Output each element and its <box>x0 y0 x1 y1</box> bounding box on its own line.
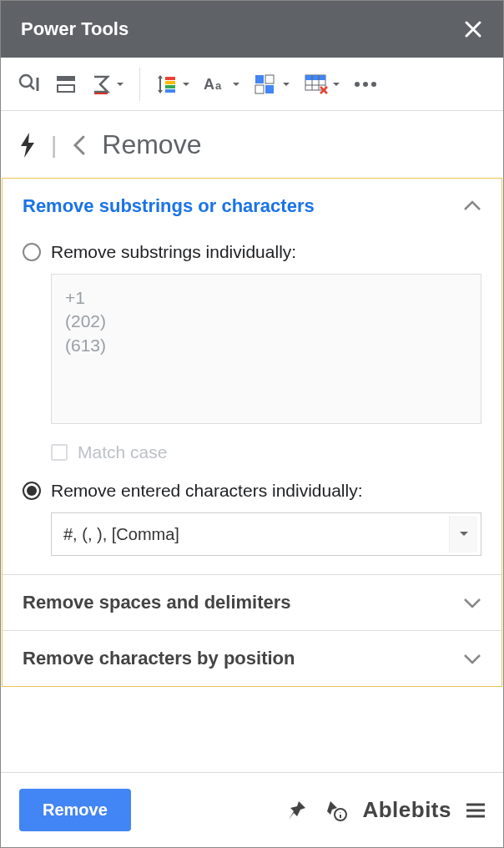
section-title: Remove substrings or characters <box>23 195 315 217</box>
chevron-down-icon <box>463 653 481 664</box>
sum-dropdown[interactable] <box>86 68 129 101</box>
section-header-spaces[interactable]: Remove spaces and delimiters <box>3 575 501 630</box>
page-title: Remove <box>102 129 201 160</box>
radio-selected[interactable] <box>23 482 41 500</box>
section-substrings: Remove substrings or characters Remove s… <box>3 179 501 574</box>
section-spaces: Remove spaces and delimiters <box>3 574 501 630</box>
window-title: Power Tools <box>21 18 129 40</box>
svg-rect-17 <box>265 85 274 93</box>
svg-rect-19 <box>305 75 325 80</box>
match-case-checkbox: Match case <box>51 442 481 462</box>
chevron-down-icon[interactable] <box>449 516 477 553</box>
find-replace-button[interactable] <box>13 68 46 101</box>
checkbox-unchecked <box>51 444 68 461</box>
breadcrumb-separator: | <box>51 132 57 159</box>
svg-rect-9 <box>165 81 175 84</box>
svg-text:a: a <box>215 79 222 92</box>
footer: Remove Ablebits <box>1 772 503 847</box>
radio-unselected[interactable] <box>23 243 41 261</box>
back-icon[interactable] <box>72 134 87 157</box>
svg-point-24 <box>363 82 368 87</box>
svg-point-25 <box>371 82 376 87</box>
titlebar: Power Tools <box>1 1 503 58</box>
svg-rect-8 <box>165 77 175 80</box>
svg-rect-5 <box>58 86 73 91</box>
toolbar: Aa <box>1 58 503 111</box>
svg-point-23 <box>355 82 360 87</box>
pin-icon[interactable] <box>287 800 307 821</box>
svg-point-0 <box>20 75 32 87</box>
chevron-down-icon <box>463 597 481 608</box>
menu-icon[interactable] <box>466 803 485 818</box>
breadcrumb: | Remove <box>1 111 503 179</box>
bolt-icon[interactable] <box>19 133 36 158</box>
svg-rect-11 <box>165 89 175 93</box>
svg-rect-3 <box>57 76 75 81</box>
option-label: Remove entered characters individually: <box>51 481 363 501</box>
remove-button[interactable]: Remove <box>19 789 131 831</box>
section-position: Remove characters by position <box>3 630 501 686</box>
checkbox-label: Match case <box>78 442 167 462</box>
table-dropdown[interactable] <box>299 68 345 101</box>
info-icon[interactable] <box>322 800 347 821</box>
svg-rect-16 <box>255 85 264 93</box>
section-title: Remove characters by position <box>23 648 295 669</box>
cells-dropdown[interactable] <box>249 68 295 101</box>
svg-rect-14 <box>255 75 264 83</box>
svg-text:A: A <box>204 76 214 93</box>
option-remove-characters[interactable]: Remove entered characters individually: <box>23 481 481 501</box>
section-header-position[interactable]: Remove characters by position <box>3 631 501 686</box>
close-icon[interactable] <box>463 19 483 39</box>
text-dropdown[interactable]: Aa <box>199 68 245 101</box>
section-header-substrings[interactable]: Remove substrings or characters <box>3 179 501 234</box>
option-remove-substrings[interactable]: Remove substrings individually: <box>23 242 481 262</box>
select-value: #, (, ), [Comma] <box>63 525 179 544</box>
svg-line-1 <box>30 85 34 89</box>
option-label: Remove substrings individually: <box>51 242 296 262</box>
brand-label: Ablebits <box>362 797 451 823</box>
characters-select[interactable]: #, (, ), [Comma] <box>51 512 481 556</box>
sections-panel: Remove substrings or characters Remove s… <box>2 178 502 687</box>
svg-rect-10 <box>165 85 175 88</box>
svg-rect-15 <box>265 75 274 83</box>
sort-dropdown[interactable] <box>150 68 195 101</box>
remove-button-icon[interactable] <box>49 68 83 101</box>
more-button[interactable] <box>349 68 382 101</box>
chevron-up-icon <box>463 200 481 212</box>
section-title: Remove spaces and delimiters <box>23 592 291 613</box>
substrings-textarea[interactable]: +1 (202) (613) <box>51 274 481 424</box>
